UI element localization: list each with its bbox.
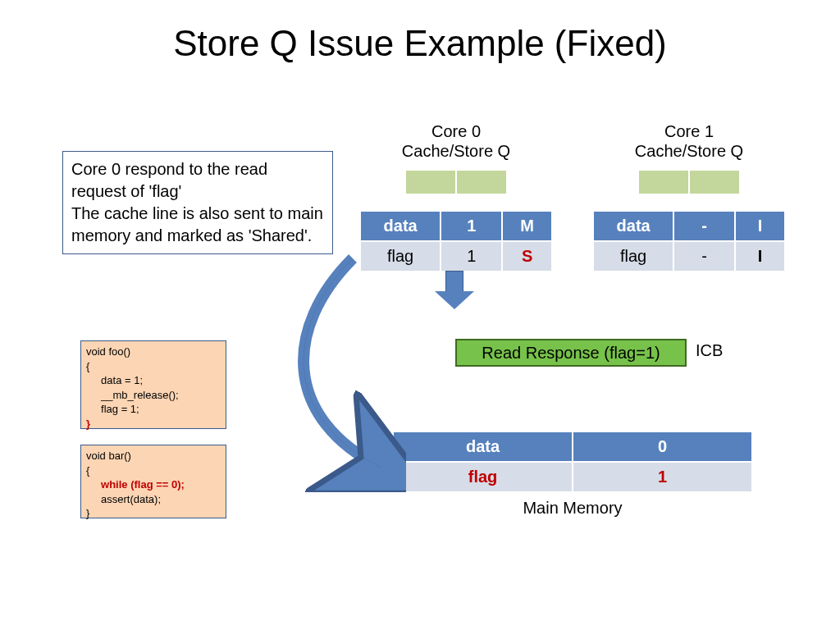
storeq-slot — [405, 170, 456, 194]
read-response-box: Read Response (flag=1) — [455, 339, 687, 367]
arrow-down-icon — [435, 271, 474, 309]
main-memory-table: data 0 flag 1 — [392, 431, 753, 493]
core1-cache-table: data - I flag - I — [591, 208, 788, 274]
code-line: data = 1; — [86, 373, 221, 388]
code-line: { — [86, 463, 221, 478]
core0-label: Core 0Cache/Store Q — [358, 121, 555, 161]
code-line: flag = 1; — [86, 402, 221, 417]
main-memory-label: Main Memory — [392, 499, 753, 518]
code-line: while (flag == 0); — [86, 477, 221, 492]
slide-title: Store Q Issue Example (Fixed) — [0, 23, 840, 64]
storeq-slot — [689, 170, 740, 194]
code-line: void bar() — [86, 449, 221, 463]
code-line: { — [86, 359, 221, 374]
code-foo: void foo(){ data = 1; __mb_release(); fl… — [80, 340, 226, 429]
core0-cache-table: data 1 M flag 1 S — [358, 208, 555, 274]
core1-store-queue — [637, 169, 741, 195]
code-line: __mb_release(); — [86, 388, 221, 403]
code-line: void foo() — [86, 345, 221, 359]
code-line: } — [86, 417, 221, 431]
storeq-slot — [638, 170, 689, 194]
core0-store-queue — [404, 169, 508, 195]
code-line: } — [86, 506, 221, 521]
icb-label: ICB — [696, 341, 723, 360]
code-bar: void bar(){ while (flag == 0); assert(da… — [80, 445, 226, 518]
storeq-slot — [456, 170, 507, 194]
description-box: Core 0 respond to the read request of 'f… — [62, 151, 333, 254]
code-line: assert(data); — [86, 492, 221, 507]
core1-label: Core 1Cache/Store Q — [591, 121, 788, 161]
curved-arrow-icon — [291, 254, 406, 492]
